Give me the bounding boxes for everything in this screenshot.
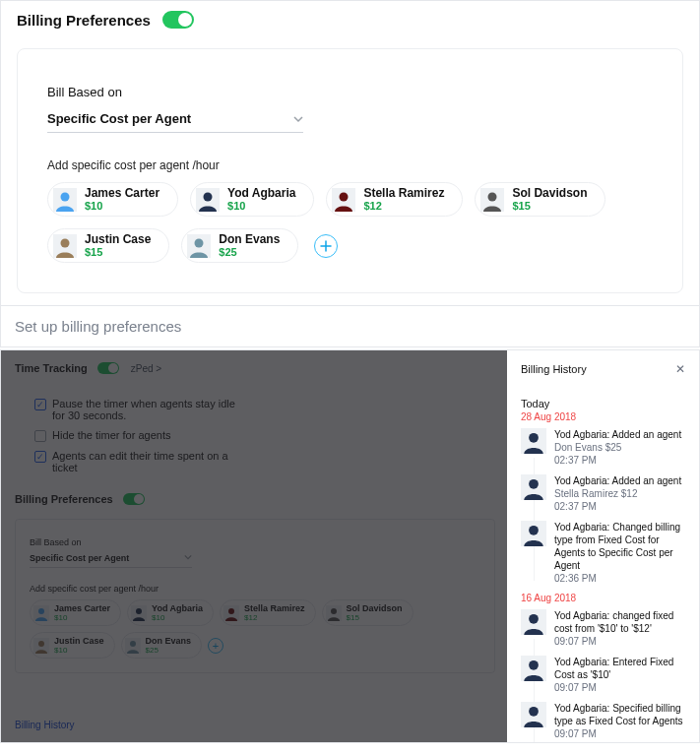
- history-time: 02:36 PM: [554, 572, 685, 585]
- agent-chip-small: James Carter$10: [30, 599, 121, 626]
- svg-point-27: [529, 479, 539, 489]
- history-item: Yod Agbaria: Added an agentStella Ramire…: [521, 474, 685, 513]
- agent-chip-small: Sol Davidson$15: [322, 599, 414, 626]
- dim-bill-method: Specific Cost per Agent: [30, 553, 129, 563]
- per-agent-label: Add specific cost per agent /hour: [47, 158, 653, 172]
- agent-name: Yod Agbaria: [152, 603, 203, 613]
- dim-agents-row: James Carter$10Yod Agbaria$10Stella Rami…: [30, 599, 480, 659]
- plus-icon: [320, 240, 332, 252]
- close-icon[interactable]: ✕: [675, 362, 685, 376]
- avatar: [521, 474, 546, 500]
- section-header: Billing Preferences: [17, 11, 683, 29]
- svg-rect-14: [131, 605, 147, 621]
- agent-name: Sol Davidson: [347, 603, 403, 613]
- agent-cost: $15: [85, 246, 151, 258]
- history-time: 02:37 PM: [554, 454, 681, 467]
- billing-toggle[interactable]: [162, 11, 194, 29]
- history-group-2: Yod Agbaria: changed fixed cost from '$1…: [521, 609, 685, 742]
- agent-name: Stella Ramirez: [244, 603, 305, 613]
- check-text: Hide the timer for agents: [52, 429, 170, 441]
- history-time: 09:07 PM: [554, 681, 685, 694]
- billing-history-panel: Billing History ✕ Today 28 Aug 2018 Yod …: [507, 350, 699, 742]
- dim-billing-history-link: Billing History: [15, 720, 75, 730]
- agent-chip-small: Stella Ramirez$12: [220, 599, 316, 626]
- today-label: Today: [521, 398, 685, 409]
- svg-point-9: [61, 238, 70, 247]
- svg-point-23: [130, 641, 136, 647]
- agent-name: Don Evans: [219, 233, 280, 246]
- agent-chip[interactable]: James Carter$10: [47, 182, 178, 217]
- svg-point-25: [529, 433, 539, 443]
- avatar: [187, 234, 211, 258]
- svg-rect-18: [326, 605, 342, 621]
- avatar: [480, 188, 504, 212]
- history-date-2: 16 Aug 2018: [521, 593, 685, 603]
- add-agent-button[interactable]: [314, 234, 338, 258]
- check-text: Agents can edit their time spent on a ti…: [52, 450, 249, 473]
- checkbox-icon: [34, 451, 46, 463]
- agent-chip-small: Justin Case$10: [30, 632, 115, 659]
- svg-rect-20: [33, 638, 49, 654]
- dim-bill-based-label: Bill Based on: [30, 537, 480, 547]
- checkbox-icon: [34, 430, 46, 442]
- history-item: Yod Agbaria: Added an agentDon Evans $25…: [521, 428, 685, 467]
- svg-point-19: [331, 608, 337, 614]
- agent-chip[interactable]: Yod Agbaria$10: [190, 182, 314, 217]
- history-title: Yod Agbaria: Changed billing type from F…: [554, 521, 685, 572]
- avatar: [521, 428, 546, 454]
- checkbox-icon: [34, 399, 46, 410]
- history-item: Yod Agbaria: Entered Fixed Cost as '$10'…: [521, 656, 685, 694]
- avatar: [131, 605, 147, 621]
- history-detail: Stella Ramirez $12: [554, 487, 681, 500]
- bill-based-label: Bill Based on: [47, 85, 653, 99]
- bill-method-select[interactable]: Specific Cost per Agent: [47, 109, 303, 133]
- avatar: [33, 605, 49, 621]
- history-time: 09:07 PM: [554, 635, 685, 648]
- agent-chip[interactable]: Justin Case$15: [47, 228, 169, 263]
- dim-checklist: Pause the timer when agents stay idle fo…: [34, 398, 495, 473]
- avatar: [196, 188, 220, 212]
- check-item: Pause the timer when agents stay idle fo…: [34, 398, 495, 421]
- check-item: Agents can edit their time spent on a ti…: [34, 450, 495, 473]
- agent-cost: $25: [146, 646, 192, 655]
- avatar: [33, 638, 49, 654]
- history-title: Yod Agbaria: changed fixed cost from '$1…: [554, 609, 685, 635]
- section-title: Billing Preferences: [17, 12, 151, 29]
- dim-time-tracking-toggle: [97, 362, 119, 374]
- history-title: Yod Agbaria: Added an agent: [554, 474, 681, 487]
- billing-history-modal: Time Tracking zPed > Pause the timer whe…: [0, 349, 700, 743]
- chevron-down-icon: [184, 553, 192, 561]
- avatar: [521, 656, 546, 681]
- agent-cost: $10: [85, 200, 159, 212]
- history-item: Yod Agbaria: Changed billing type from F…: [521, 521, 685, 585]
- history-date-1: 28 Aug 2018: [521, 411, 685, 422]
- agent-cost: $15: [347, 613, 403, 622]
- svg-point-35: [529, 707, 539, 717]
- agent-chip[interactable]: Stella Ramirez$12: [326, 182, 463, 217]
- avatar: [326, 605, 342, 621]
- agent-name: James Carter: [54, 603, 110, 613]
- history-title: Yod Agbaria: Added an agent: [554, 428, 681, 441]
- svg-point-21: [38, 641, 44, 647]
- svg-point-13: [38, 608, 44, 614]
- caption: Set up billing preferences: [0, 306, 700, 347]
- agent-cost: $10: [54, 613, 110, 622]
- history-time: 09:07 PM: [554, 727, 685, 740]
- svg-rect-12: [33, 605, 49, 621]
- panel-title: Billing History: [521, 363, 587, 375]
- agent-cost: $10: [227, 200, 295, 212]
- agent-cost: $25: [219, 246, 280, 258]
- agent-chip[interactable]: Sol Davidson$15: [475, 182, 605, 217]
- dim-billing-toggle: [123, 493, 145, 505]
- svg-rect-16: [223, 605, 239, 621]
- avatar: [53, 234, 77, 258]
- agent-name: Justin Case: [85, 233, 151, 246]
- svg-point-7: [488, 192, 497, 201]
- svg-point-11: [195, 238, 204, 247]
- agent-name: Sol Davidson: [512, 187, 587, 200]
- svg-rect-22: [125, 638, 141, 654]
- history-detail: Don Evans $25: [554, 441, 681, 454]
- agent-chip-small: Yod Agbaria$10: [127, 599, 214, 626]
- history-item: Yod Agbaria: changed fixed cost from '$1…: [521, 609, 685, 648]
- agent-chip[interactable]: Don Evans$25: [181, 228, 298, 263]
